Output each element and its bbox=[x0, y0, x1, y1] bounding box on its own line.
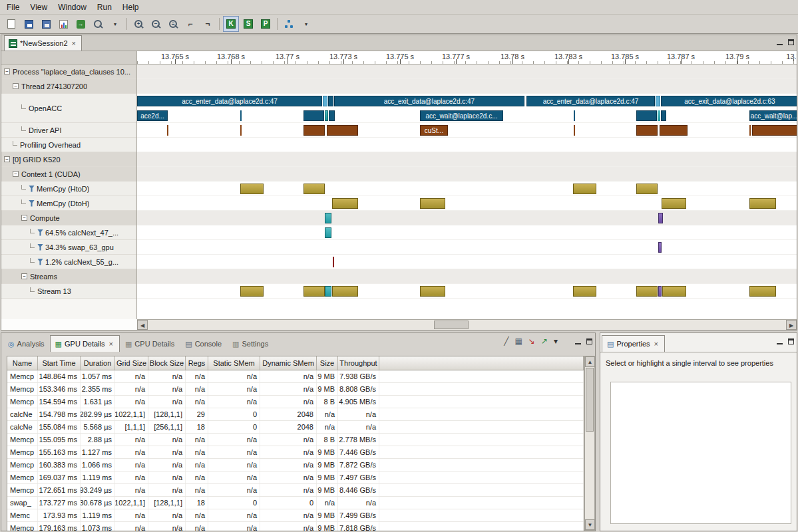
scroll-right-arrow[interactable]: ▶ bbox=[786, 320, 797, 330]
timeline-bar[interactable] bbox=[752, 125, 797, 136]
tree-row[interactable]: Profiling Overhead bbox=[1, 138, 137, 152]
timeline-bar[interactable]: acc_enter_data@laplace2d.c:47 bbox=[526, 96, 655, 106]
timeline-lane[interactable] bbox=[137, 152, 797, 167]
timeline-bar[interactable] bbox=[573, 184, 596, 194]
timeline-bar[interactable] bbox=[749, 125, 751, 136]
analysis-button[interactable] bbox=[281, 16, 297, 32]
column-header-grid-size[interactable]: Grid Size bbox=[115, 356, 148, 370]
columns-layout-button[interactable]: ▦ bbox=[515, 337, 522, 345]
column-header-name[interactable]: Name bbox=[7, 356, 38, 370]
timeline-bar[interactable] bbox=[303, 184, 325, 194]
timeline-bar[interactable] bbox=[303, 110, 324, 121]
column-header-start-time[interactable]: Start Time bbox=[38, 356, 81, 370]
timeline-bar[interactable] bbox=[333, 257, 334, 267]
maximize-button[interactable] bbox=[788, 38, 794, 47]
table-row[interactable]: swap_173.727 ms30.678 µs[1022,1,1][128,1… bbox=[7, 497, 584, 509]
maximize-button[interactable] bbox=[788, 337, 794, 346]
tree-row[interactable]: MemCpy (DtoH) bbox=[1, 196, 137, 211]
minimize-button[interactable] bbox=[777, 38, 783, 47]
timeline-lane[interactable] bbox=[137, 255, 797, 269]
timeline-bar[interactable] bbox=[658, 242, 662, 253]
timeline-lane[interactable] bbox=[137, 79, 797, 94]
timeline-bar[interactable] bbox=[660, 125, 688, 136]
goto-timeline-button[interactable]: ↘ bbox=[528, 337, 535, 345]
timeline-lane[interactable] bbox=[137, 138, 797, 152]
scroll-down-arrow[interactable]: ▼ bbox=[585, 519, 595, 530]
timeline-bar[interactable]: ace2d... bbox=[137, 110, 168, 121]
expander-icon[interactable]: − bbox=[4, 156, 10, 162]
timeline-bar[interactable] bbox=[332, 198, 358, 209]
timeline-bar[interactable] bbox=[327, 125, 358, 136]
table-row[interactable]: Memcp148.864 ms1.057 msn/an/an/an/an/a9 … bbox=[7, 370, 584, 383]
menu-item-view[interactable]: View bbox=[25, 1, 53, 14]
tree-row[interactable]: MemCpy (HtoD) bbox=[1, 182, 137, 196]
column-header-regs[interactable]: Regs bbox=[186, 356, 208, 370]
timeline-bar[interactable] bbox=[662, 198, 686, 209]
close-icon[interactable]: × bbox=[653, 340, 660, 348]
tree-row[interactable]: −Context 1 (CUDA) bbox=[1, 167, 137, 182]
tab-console[interactable]: ▤Console bbox=[180, 335, 227, 352]
maximize-button[interactable] bbox=[586, 337, 592, 346]
stream-view-button[interactable]: S bbox=[240, 16, 256, 32]
table-row[interactable]: Memcp154.594 ms1.631 µsn/an/an/an/an/a8 … bbox=[7, 396, 584, 408]
column-header-size[interactable]: Size bbox=[317, 356, 338, 370]
column-header-dynamic-smem[interactable]: Dynamic SMem bbox=[260, 356, 317, 370]
goto-start-button[interactable]: ⌐ bbox=[182, 16, 198, 32]
table-row[interactable]: calcNe155.084 ms5.568 µs[1,1,1][256,1,1]… bbox=[7, 421, 584, 434]
timeline-bar[interactable] bbox=[656, 96, 660, 106]
timeline-bar[interactable] bbox=[749, 286, 776, 297]
save-all-button[interactable] bbox=[38, 16, 54, 32]
tree-row[interactable]: −Thread 2741307200 bbox=[1, 79, 137, 94]
close-icon[interactable]: × bbox=[108, 340, 114, 348]
timeline-lane[interactable]: acc_enter_data@laplace2d.c:47acc_exit_da… bbox=[137, 94, 797, 123]
timeline-lane[interactable] bbox=[137, 196, 797, 211]
timeline-bar[interactable]: acc_enter_data@laplace2d.c:47 bbox=[137, 96, 322, 106]
expander-icon[interactable]: − bbox=[21, 215, 27, 221]
tree-row[interactable]: Stream 13 bbox=[1, 284, 137, 299]
column-header-block-size[interactable]: Block Size bbox=[148, 356, 186, 370]
timeline-bar[interactable]: acc_wait@laplace2d.c... bbox=[420, 110, 503, 121]
minimize-button[interactable] bbox=[575, 337, 581, 346]
close-icon[interactable]: × bbox=[71, 39, 77, 47]
timeline-bar[interactable] bbox=[636, 184, 658, 194]
timeline-lane[interactable] bbox=[137, 167, 797, 182]
minimize-button[interactable] bbox=[777, 337, 783, 346]
export-button[interactable]: → bbox=[73, 16, 89, 32]
expander-icon[interactable]: − bbox=[4, 68, 10, 74]
tab-gpu-details[interactable]: ▦GPU Details× bbox=[50, 335, 120, 352]
timeline-lane[interactable] bbox=[137, 211, 797, 225]
timeline-bar[interactable] bbox=[636, 125, 658, 136]
scroll-left-arrow[interactable]: ◀ bbox=[137, 320, 148, 330]
tab-properties[interactable]: ▤ Properties × bbox=[602, 335, 665, 352]
table-row[interactable]: Memcp160.383 ms1.066 msn/an/an/an/an/a9 … bbox=[7, 459, 584, 471]
timeline-ruler[interactable]: 13.765 s13.768 s13.77 s13.773 s13.775 s1… bbox=[137, 51, 797, 65]
timeline-bar[interactable] bbox=[240, 184, 264, 194]
timeline-bar[interactable] bbox=[240, 125, 242, 136]
timeline-bar[interactable] bbox=[325, 213, 331, 223]
tree-row[interactable]: −Process "laplace_data_clauses 10... bbox=[1, 65, 137, 79]
timeline-bar[interactable] bbox=[574, 110, 575, 121]
menu-item-help[interactable]: Help bbox=[117, 1, 144, 14]
timeline-bar[interactable] bbox=[658, 286, 662, 297]
kernel-view-button[interactable]: K bbox=[223, 16, 239, 32]
timeline-bar[interactable] bbox=[332, 286, 358, 297]
timeline-bar[interactable] bbox=[167, 125, 168, 136]
timeline-bar[interactable] bbox=[420, 198, 445, 209]
timeline-bar[interactable] bbox=[658, 213, 663, 223]
expander-icon[interactable]: − bbox=[13, 171, 19, 177]
timeline-lane[interactable] bbox=[137, 225, 797, 240]
timeline-bar[interactable] bbox=[325, 110, 328, 121]
tab-newsession2[interactable]: *NewSession2 × bbox=[4, 35, 82, 51]
tree-row[interactable]: −Streams bbox=[1, 269, 137, 284]
save-session-button[interactable] bbox=[21, 16, 37, 32]
hscrollbar-thumb[interactable] bbox=[434, 321, 469, 329]
timeline-hscrollbar[interactable]: ◀ ▶ bbox=[137, 319, 797, 330]
vscrollbar-thumb[interactable] bbox=[586, 368, 594, 432]
timeline-bar[interactable]: acc_wait@lap... bbox=[749, 110, 797, 121]
timeline-bar[interactable] bbox=[328, 96, 333, 106]
timeline-bar[interactable] bbox=[303, 286, 325, 297]
menu-item-run[interactable]: Run bbox=[92, 1, 117, 14]
search-dropdown-button[interactable]: ▾ bbox=[107, 16, 123, 32]
timeline-bar[interactable] bbox=[749, 198, 776, 209]
timeline-bar[interactable] bbox=[658, 110, 660, 121]
